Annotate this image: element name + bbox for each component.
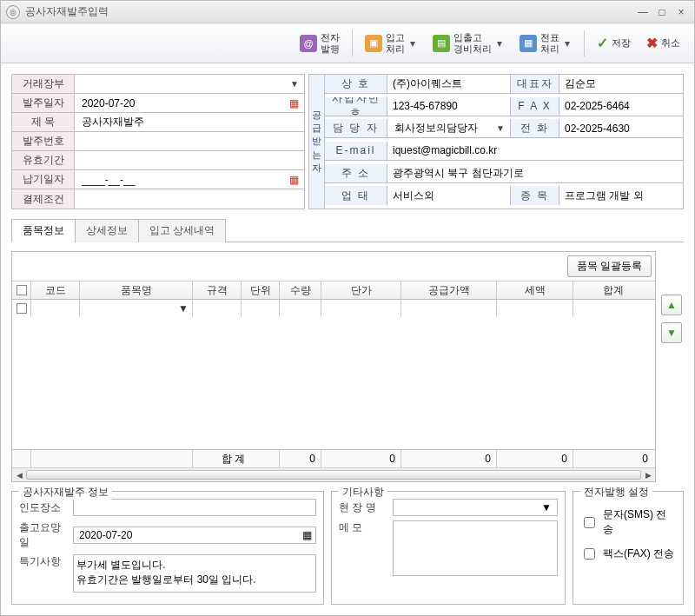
biztype-value: 서비스외 bbox=[387, 186, 511, 205]
header-panels: 거래장부 ▼ 발주일자 ▦ 제 목 발주번호 유효기간 납기일자 ▦ 결제조건 bbox=[11, 74, 684, 209]
title-label: 제 목 bbox=[12, 113, 75, 132]
valid-field[interactable] bbox=[75, 151, 304, 170]
ship-req-field[interactable]: ▦ bbox=[73, 527, 316, 544]
move-down-button[interactable]: ▼ bbox=[661, 322, 682, 343]
titlebar: ◎ 공사자재발주입력 — □ × bbox=[1, 1, 694, 23]
fax-value: 02-2025-6464 bbox=[559, 97, 683, 116]
delivery-date-field[interactable]: ▦ bbox=[75, 170, 304, 189]
ledger-field[interactable]: ▼ bbox=[75, 75, 304, 94]
cell-name[interactable]: ▼ bbox=[80, 300, 193, 317]
order-no-label: 발주번호 bbox=[12, 132, 75, 151]
toolbar: @ 전자발행 ▣ 입고처리 ▾ ▤ 입출고경비처리 ▾ ▦ 전표처리 ▾ ✓ 저… bbox=[1, 23, 694, 63]
item-label: 종 목 bbox=[511, 186, 559, 205]
tel-value: 02-2025-4630 bbox=[559, 119, 683, 138]
cancel-button[interactable]: ✖ 취소 bbox=[641, 31, 685, 55]
inout-process-button[interactable]: ▤ 입출고경비처리 ▾ bbox=[427, 29, 509, 56]
dropdown-icon[interactable]: ▾ bbox=[563, 37, 572, 50]
scroll-right-icon[interactable]: ▶ bbox=[641, 468, 655, 481]
company-value: (주)아이퀘스트 bbox=[387, 75, 511, 94]
minimize-button[interactable]: — bbox=[635, 5, 651, 19]
save-button[interactable]: ✓ 저장 bbox=[592, 31, 636, 55]
header-price: 단가 bbox=[321, 282, 401, 299]
fax-checkbox[interactable]: 팩스(FAX) 전송 bbox=[580, 546, 676, 562]
email-value: iquest@magicbill.co.kr bbox=[387, 142, 683, 161]
table-footer: 합 계 0 0 0 0 0 bbox=[12, 449, 655, 467]
elec-issue-button[interactable]: @ 전자발행 bbox=[295, 29, 345, 56]
tab-bar: 품목정보 상세정보 입고 상세내역 bbox=[11, 218, 684, 242]
header-tax: 세액 bbox=[497, 282, 573, 299]
inbox-icon: ▣ bbox=[365, 35, 382, 52]
sms-checkbox[interactable]: 문자(SMS) 전송 bbox=[580, 507, 676, 537]
addr-value: 광주광역시 북구 첨단과기로 bbox=[387, 164, 683, 183]
calendar-icon[interactable]: ▦ bbox=[289, 174, 299, 186]
contact-field[interactable]: ▼ bbox=[387, 119, 511, 138]
horizontal-scrollbar[interactable]: ◀ ▶ bbox=[12, 467, 655, 481]
slip-process-button[interactable]: ▦ 전표처리 ▾ bbox=[514, 29, 577, 56]
row-checkbox[interactable] bbox=[17, 303, 27, 314]
biztype-label: 업 태 bbox=[325, 186, 387, 205]
header-qty: 수량 bbox=[280, 282, 321, 299]
cell-code[interactable] bbox=[31, 300, 80, 317]
move-up-button[interactable]: ▲ bbox=[661, 295, 682, 315]
dropdown-icon[interactable]: ▼ bbox=[541, 501, 552, 513]
in-process-button[interactable]: ▣ 입고처리 ▾ bbox=[360, 29, 422, 56]
memo-label: 메 모 bbox=[339, 520, 387, 535]
site-label: 현 장 명 bbox=[339, 500, 387, 515]
special-field[interactable] bbox=[73, 554, 316, 593]
arrow-up-icon: ▲ bbox=[666, 299, 677, 311]
order-date-label: 발주일자 bbox=[12, 94, 75, 113]
order-date-field[interactable]: ▦ bbox=[75, 94, 304, 113]
cancel-label: 취소 bbox=[661, 37, 680, 48]
bizno-value: 123-45-67890 bbox=[387, 97, 511, 116]
dropdown-icon[interactable]: ▼ bbox=[290, 79, 299, 89]
fax-label: F A X bbox=[511, 97, 559, 116]
header-supply: 공급가액 bbox=[401, 282, 497, 299]
order-detail-fieldset: 공사자재발주 정보 인도장소 출고요망일 ▦ 특기사항 bbox=[11, 491, 324, 605]
ledger-label: 거래장부 bbox=[12, 75, 75, 94]
footer-price: 0 bbox=[321, 450, 401, 467]
header-code: 코드 bbox=[31, 282, 80, 299]
tab-item-info[interactable]: 품목정보 bbox=[11, 219, 76, 242]
fax-label: 팩스(FAX) 전송 bbox=[603, 546, 674, 561]
close-button[interactable]: × bbox=[673, 5, 689, 19]
header-checkbox[interactable] bbox=[12, 282, 31, 299]
save-label: 저장 bbox=[612, 37, 631, 48]
site-field[interactable]: ▼ bbox=[393, 499, 558, 516]
elec-issue-label: 전자발행 bbox=[321, 32, 340, 53]
items-table: 품목 일괄등록 코드 품목명 규격 단위 수량 단가 공급가액 세액 합계 bbox=[11, 251, 656, 482]
calendar-icon[interactable]: ▦ bbox=[289, 97, 299, 109]
bulk-register-button[interactable]: 품목 일괄등록 bbox=[567, 255, 652, 277]
title-field[interactable] bbox=[75, 113, 304, 132]
scroll-left-icon[interactable]: ◀ bbox=[12, 468, 26, 481]
memo-field[interactable] bbox=[393, 520, 558, 576]
check-icon: ✓ bbox=[597, 35, 608, 51]
arrow-down-icon: ▼ bbox=[666, 327, 677, 339]
ship-req-label: 출고요망일 bbox=[19, 520, 68, 550]
footer-label: 합 계 bbox=[193, 450, 280, 467]
maximize-button[interactable]: □ bbox=[654, 5, 670, 19]
dropdown-icon[interactable]: ▾ bbox=[408, 37, 417, 50]
email-label: E-mail bbox=[325, 142, 387, 161]
deliv-loc-field[interactable] bbox=[73, 499, 316, 516]
inout-process-label: 입출고경비처리 bbox=[453, 32, 492, 53]
tab-detail-info[interactable]: 상세정보 bbox=[75, 219, 139, 242]
etc-fieldset: 기타사항 현 장 명 ▼ 메 모 bbox=[331, 491, 566, 605]
supplier-panel: 공급받는자 상 호 (주)아이퀘스트 대표자 김순모 사업자번호 123-45-… bbox=[308, 74, 684, 209]
contact-label: 담 당 자 bbox=[325, 119, 387, 138]
order-no-field[interactable] bbox=[75, 132, 304, 151]
sms-label: 문자(SMS) 전송 bbox=[603, 507, 676, 537]
item-value: 프로그램 개발 외 bbox=[559, 186, 683, 205]
header-spec: 규격 bbox=[193, 282, 242, 299]
header-total: 합계 bbox=[573, 282, 653, 299]
tab-inbound-detail[interactable]: 입고 상세내역 bbox=[138, 219, 226, 242]
calendar-icon[interactable]: ▦ bbox=[302, 529, 312, 541]
table-row[interactable]: ▼ bbox=[12, 300, 655, 317]
scroll-thumb[interactable] bbox=[26, 470, 641, 480]
pay-cond-field[interactable] bbox=[75, 189, 304, 209]
items-section: 품목 일괄등록 코드 품목명 규격 단위 수량 단가 공급가액 세액 합계 bbox=[11, 251, 684, 482]
elec-issue-fieldset: 전자발행 설정 문자(SMS) 전송 팩스(FAX) 전송 bbox=[573, 491, 684, 605]
dropdown-icon[interactable]: ▼ bbox=[496, 123, 505, 133]
dropdown-icon[interactable]: ▾ bbox=[495, 37, 504, 50]
dropdown-icon[interactable]: ▼ bbox=[178, 302, 189, 315]
content: 거래장부 ▼ 발주일자 ▦ 제 목 발주번호 유효기간 납기일자 ▦ 결제조건 bbox=[1, 63, 694, 615]
